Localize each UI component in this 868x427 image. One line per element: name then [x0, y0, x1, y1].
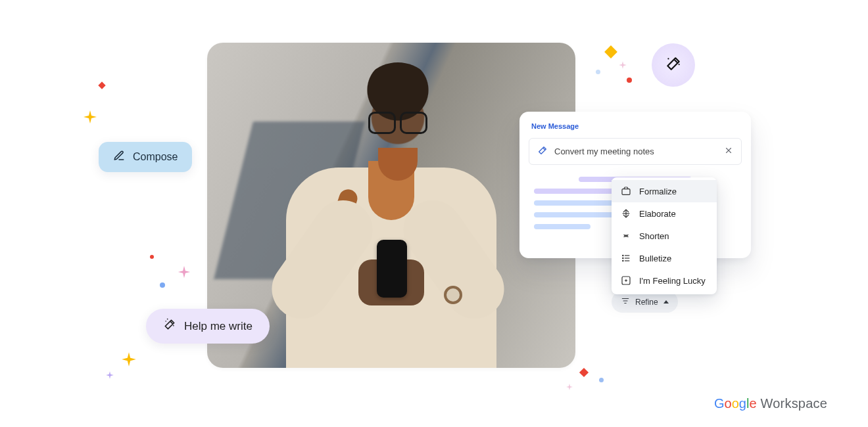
diamond-icon	[602, 43, 620, 61]
pencil-icon	[113, 150, 125, 164]
svg-rect-4	[622, 189, 630, 195]
menu-item-label: Shorten	[639, 231, 669, 241]
filter-icon	[621, 296, 630, 307]
collapse-icon	[621, 231, 631, 241]
svg-point-10	[623, 255, 623, 256]
svg-point-12	[623, 260, 623, 261]
help-me-write-button[interactable]: Help me write	[146, 309, 270, 344]
person-illustration	[266, 56, 516, 368]
dot-icon	[596, 70, 600, 74]
magic-wand-icon	[665, 55, 682, 75]
menu-item-elaborate[interactable]: Elaborate	[612, 202, 717, 225]
magic-wand-icon	[163, 318, 176, 334]
refine-menu: Formalize Elaborate Shorten Bulletize I'…	[612, 177, 717, 294]
sparkle-icon	[618, 60, 627, 70]
list-icon	[621, 253, 631, 263]
svg-point-0	[667, 58, 669, 59]
close-icon[interactable]	[724, 146, 733, 157]
sparkle-icon	[566, 383, 573, 391]
sparkle-icon	[177, 265, 191, 279]
magic-wand-badge	[652, 43, 695, 87]
sparkle-icon	[105, 371, 114, 380]
svg-point-11	[623, 258, 623, 258]
sparkle-icon	[82, 109, 98, 125]
menu-item-label: Formalize	[639, 187, 677, 196]
google-wordmark: Google	[714, 396, 757, 411]
compose-button[interactable]: Compose	[99, 142, 192, 172]
menu-item-formalize[interactable]: Formalize	[612, 180, 717, 202]
menu-item-shorten[interactable]: Shorten	[612, 225, 717, 247]
diamond-icon	[97, 80, 108, 91]
compose-label: Compose	[133, 151, 178, 163]
help-me-write-label: Help me write	[184, 320, 253, 333]
refine-label: Refine	[635, 298, 658, 307]
workspace-wordmark: Workspace	[761, 396, 827, 411]
sparkle-icon	[120, 351, 137, 368]
svg-rect-18	[604, 45, 617, 58]
svg-rect-17	[98, 81, 105, 89]
briefcase-icon	[621, 186, 631, 196]
google-workspace-logo: Google Workspace	[714, 396, 827, 411]
menu-item-label: Elaborate	[639, 209, 676, 219]
diamond-icon	[577, 366, 591, 379]
sparkle-square-icon	[621, 275, 631, 286]
prompt-text: Convert my meeting notes	[554, 146, 654, 156]
svg-point-1	[679, 64, 680, 65]
dot-icon	[599, 378, 604, 382]
dot-icon	[150, 255, 154, 259]
menu-item-bulletize[interactable]: Bulletize	[612, 247, 717, 269]
menu-item-label: I'm Feeling Lucky	[639, 276, 706, 286]
menu-item-label: Bulletize	[639, 254, 671, 263]
dot-icon	[627, 78, 632, 83]
chevron-up-icon	[663, 300, 669, 303]
svg-rect-19	[579, 368, 589, 377]
expand-icon	[621, 208, 631, 219]
magic-wand-icon	[537, 145, 548, 158]
prompt-input[interactable]: Convert my meeting notes	[529, 138, 742, 165]
panel-title: New Message	[529, 121, 742, 138]
dot-icon	[160, 282, 165, 288]
menu-item-lucky[interactable]: I'm Feeling Lucky	[612, 269, 717, 292]
